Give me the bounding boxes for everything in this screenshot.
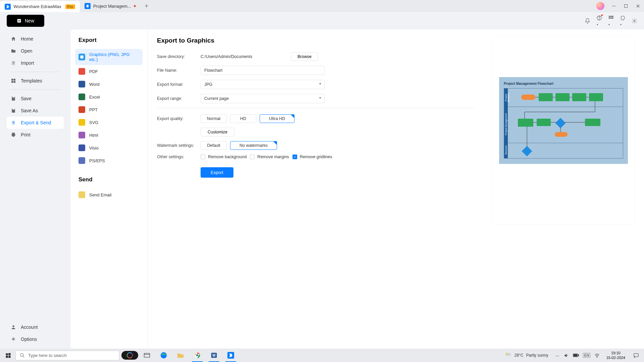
document-tab-label: Project Managem...	[93, 4, 131, 9]
maximize-button[interactable]	[620, 0, 632, 12]
tray-battery-icon[interactable]	[573, 353, 579, 357]
preview-title: Project Management Flowchart	[504, 82, 623, 85]
tb-edge[interactable]	[156, 349, 172, 362]
app-tab-label: Wondershare EdrawMax	[13, 4, 61, 9]
tray-language-icon[interactable]: EN	[583, 353, 590, 358]
quality-label: Export quality:	[157, 116, 201, 121]
nav-divider	[11, 72, 60, 72]
svg-rect-10	[609, 16, 610, 17]
tb-explorer[interactable]	[172, 349, 189, 362]
templates-icon	[11, 78, 16, 83]
export-type-ppt[interactable]: PPT	[75, 103, 143, 116]
chk-remove-gridlines[interactable]: ✓ Remove gridlines	[292, 155, 332, 159]
app-tab[interactable]: Wondershare EdrawMax Pro	[0, 1, 80, 12]
watermark-none[interactable]: No watermarks	[230, 141, 277, 150]
svg-point-23	[12, 325, 14, 327]
quality-normal[interactable]: Normal	[201, 114, 227, 123]
new-tab-button[interactable]: +	[141, 0, 153, 12]
taskbar-search[interactable]: Type here to search	[15, 351, 119, 360]
row-other: Other settings: Remove background Remove…	[157, 155, 474, 159]
nav-home[interactable]: Home	[7, 33, 64, 45]
export-type-excel[interactable]: Excel	[75, 90, 143, 103]
taskbar-weather[interactable]: 28°C Partly sunny	[500, 352, 552, 359]
quality-ultra-hd[interactable]: Ultra HD	[260, 114, 294, 123]
left-nav: Home Open Import Templates Save Save As …	[0, 29, 70, 349]
send-heading: Send	[75, 176, 143, 183]
close-button[interactable]	[632, 0, 644, 12]
filename-input[interactable]	[201, 66, 325, 75]
taskbar: Type here to search W 28°C Partly sunny …	[0, 349, 644, 362]
cortana-icon	[127, 352, 133, 358]
nav-label: Save	[21, 96, 32, 101]
nav-export-send[interactable]: Export & Send	[7, 117, 64, 129]
plus-icon	[17, 18, 21, 23]
send-email[interactable]: Send Email	[75, 188, 143, 201]
new-button-label: New	[25, 18, 34, 23]
row-quality: Export quality: Normal HD Ultra HD	[157, 114, 474, 123]
export-type-visio[interactable]: Visio	[75, 141, 143, 154]
help-icon[interactable]: ▾	[596, 15, 602, 27]
nav-print[interactable]: Print	[7, 129, 64, 141]
cortana-button[interactable]	[121, 351, 138, 360]
range-select[interactable]: Current page	[201, 94, 325, 103]
nav-divider	[11, 89, 60, 90]
nav-label: Import	[21, 60, 34, 66]
nav-open[interactable]: Open	[7, 45, 64, 57]
range-label: Export range:	[157, 96, 201, 101]
start-button[interactable]	[1, 349, 15, 362]
clock-time: 19:10	[606, 351, 625, 355]
nav-import[interactable]: Import	[7, 57, 64, 69]
nav-save[interactable]: Save	[7, 93, 64, 105]
tb-chrome[interactable]	[189, 349, 205, 362]
nav-account[interactable]: Account	[7, 321, 64, 333]
unsaved-dot-icon	[134, 5, 136, 7]
task-view-button[interactable]	[139, 349, 155, 362]
quality-hd[interactable]: HD	[230, 114, 256, 123]
nav-label: Open	[21, 48, 32, 54]
settings-icon[interactable]	[632, 18, 637, 24]
svg-rect-20	[14, 81, 15, 83]
theme-icon[interactable]: ▾	[620, 15, 626, 27]
svg-point-37	[20, 353, 23, 356]
visio-icon	[78, 144, 85, 151]
watermark-default[interactable]: Default	[201, 141, 227, 150]
export-types-column: Export Graphics (PNG, JPG etc.) PDF Word…	[70, 29, 148, 349]
svg-rect-14	[610, 17, 612, 19]
svg-rect-18	[14, 79, 15, 80]
nav-options[interactable]: Options	[7, 333, 64, 345]
svg-rect-11	[610, 16, 612, 17]
minimize-button[interactable]	[608, 0, 620, 12]
tray-volume-icon[interactable]	[564, 353, 569, 358]
apps-icon[interactable]: ▾	[608, 15, 614, 27]
notification-icon[interactable]	[585, 18, 590, 24]
form-heading: Export to Graphics	[157, 37, 474, 44]
tb-edrawmax[interactable]	[223, 349, 239, 362]
user-avatar[interactable]	[596, 2, 604, 10]
export-type-html[interactable]: Html	[75, 129, 143, 141]
taskbar-clock[interactable]: 19:10 15-02-2024	[603, 351, 629, 360]
nav-templates[interactable]: Templates	[7, 75, 64, 87]
export-type-pdf[interactable]: PDF	[75, 65, 143, 78]
home-icon	[11, 36, 16, 42]
nav-save-as[interactable]: Save As	[7, 105, 64, 117]
new-button[interactable]: New	[7, 15, 44, 27]
format-select[interactable]: JPG	[201, 80, 325, 89]
chk-remove-margins[interactable]: Remove margins	[250, 155, 289, 159]
tb-word[interactable]: W	[206, 349, 222, 362]
tray-chevron-up-icon[interactable]: ︿	[555, 352, 560, 358]
export-type-graphics[interactable]: Graphics (PNG, JPG etc.)	[75, 49, 143, 65]
export-type-word[interactable]: Word	[75, 78, 143, 90]
chk-remove-bg[interactable]: Remove background	[201, 155, 247, 159]
customize-button[interactable]: Customize	[201, 128, 234, 136]
tray-wifi-icon[interactable]	[594, 353, 600, 358]
export-button[interactable]: Export	[201, 167, 233, 178]
export-type-pseps[interactable]: PS/EPS	[75, 154, 143, 167]
browse-button[interactable]: Browse	[291, 52, 318, 61]
form-divider	[157, 108, 474, 108]
svg-icon	[78, 119, 85, 126]
nav-label: Options	[21, 337, 37, 342]
document-tab[interactable]: Project Managem...	[80, 0, 141, 12]
svg-rect-15	[612, 17, 613, 19]
action-center-button[interactable]	[629, 353, 643, 358]
export-type-svg[interactable]: SVG	[75, 116, 143, 129]
